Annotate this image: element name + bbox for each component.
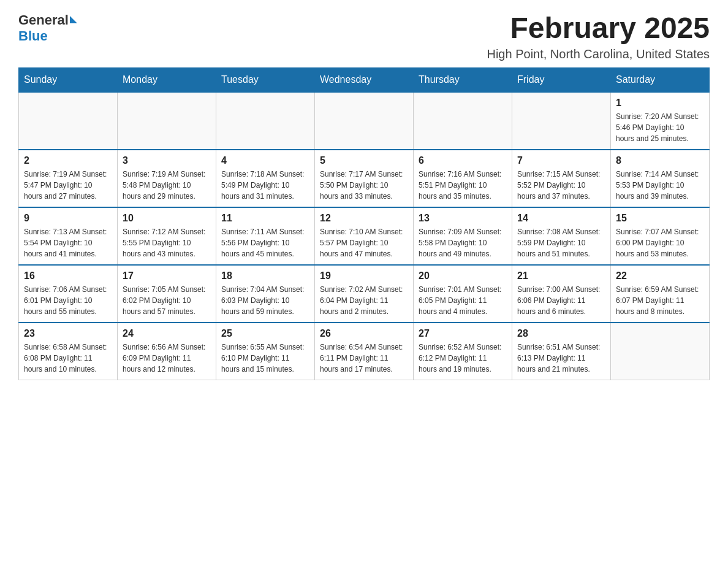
- day-number: 14: [517, 213, 605, 224]
- calendar-cell: 20Sunrise: 7:01 AM Sunset: 6:05 PM Dayli…: [414, 265, 512, 323]
- calendar-cell: 19Sunrise: 7:02 AM Sunset: 6:04 PM Dayli…: [315, 265, 414, 323]
- calendar-cell: 22Sunrise: 6:59 AM Sunset: 6:07 PM Dayli…: [611, 265, 710, 323]
- calendar-cell: 3Sunrise: 7:19 AM Sunset: 5:48 PM Daylig…: [118, 150, 216, 207]
- calendar-cell: 23Sunrise: 6:58 AM Sunset: 6:08 PM Dayli…: [19, 323, 118, 380]
- day-info: Sunrise: 7:11 AM Sunset: 5:56 PM Dayligh…: [221, 226, 309, 259]
- day-number: 26: [320, 328, 408, 339]
- day-info: Sunrise: 7:09 AM Sunset: 5:58 PM Dayligh…: [419, 226, 507, 259]
- day-info: Sunrise: 7:07 AM Sunset: 6:00 PM Dayligh…: [616, 226, 704, 259]
- day-info: Sunrise: 6:51 AM Sunset: 6:13 PM Dayligh…: [517, 342, 605, 375]
- day-info: Sunrise: 7:17 AM Sunset: 5:50 PM Dayligh…: [320, 169, 408, 202]
- day-number: 22: [616, 270, 704, 282]
- day-number: 25: [221, 328, 309, 339]
- day-info: Sunrise: 7:13 AM Sunset: 5:54 PM Dayligh…: [24, 226, 112, 259]
- day-header-sunday: Sunday: [19, 67, 118, 92]
- logo: General Blue: [18, 12, 77, 44]
- day-info: Sunrise: 7:01 AM Sunset: 6:05 PM Dayligh…: [419, 284, 507, 317]
- calendar-cell: 28Sunrise: 6:51 AM Sunset: 6:13 PM Dayli…: [512, 323, 611, 380]
- day-info: Sunrise: 7:08 AM Sunset: 5:59 PM Dayligh…: [517, 226, 605, 259]
- calendar-cell: 18Sunrise: 7:04 AM Sunset: 6:03 PM Dayli…: [216, 265, 315, 323]
- calendar-cell: 12Sunrise: 7:10 AM Sunset: 5:57 PM Dayli…: [315, 207, 414, 265]
- day-header-monday: Monday: [118, 67, 216, 92]
- day-number: 23: [24, 328, 112, 339]
- day-number: 24: [123, 328, 211, 339]
- calendar-cell: 10Sunrise: 7:12 AM Sunset: 5:55 PM Dayli…: [118, 207, 216, 265]
- calendar-body: 1Sunrise: 7:20 AM Sunset: 5:46 PM Daylig…: [19, 92, 710, 380]
- calendar-cell: 7Sunrise: 7:15 AM Sunset: 5:52 PM Daylig…: [512, 150, 611, 207]
- day-number: 4: [221, 155, 309, 166]
- day-number: 17: [123, 270, 211, 282]
- day-info: Sunrise: 7:19 AM Sunset: 5:48 PM Dayligh…: [123, 169, 211, 202]
- day-number: 13: [419, 213, 507, 224]
- day-info: Sunrise: 7:15 AM Sunset: 5:52 PM Dayligh…: [517, 169, 605, 202]
- title-section: February 2025 High Point, North Carolina…: [487, 12, 710, 61]
- logo-triangle-icon: [70, 16, 77, 23]
- calendar-cell: 14Sunrise: 7:08 AM Sunset: 5:59 PM Dayli…: [512, 207, 611, 265]
- day-info: Sunrise: 7:02 AM Sunset: 6:04 PM Dayligh…: [320, 284, 408, 317]
- calendar-cell: [118, 92, 216, 150]
- day-number: 12: [320, 213, 408, 224]
- week-row-2: 9Sunrise: 7:13 AM Sunset: 5:54 PM Daylig…: [19, 207, 710, 265]
- calendar-cell: 15Sunrise: 7:07 AM Sunset: 6:00 PM Dayli…: [611, 207, 710, 265]
- day-info: Sunrise: 7:05 AM Sunset: 6:02 PM Dayligh…: [123, 284, 211, 317]
- calendar-cell: [315, 92, 414, 150]
- day-info: Sunrise: 7:00 AM Sunset: 6:06 PM Dayligh…: [517, 284, 605, 317]
- day-info: Sunrise: 7:12 AM Sunset: 5:55 PM Dayligh…: [123, 226, 211, 259]
- calendar-table: SundayMondayTuesdayWednesdayThursdayFrid…: [18, 67, 710, 380]
- week-row-3: 16Sunrise: 7:06 AM Sunset: 6:01 PM Dayli…: [19, 265, 710, 323]
- calendar-cell: 1Sunrise: 7:20 AM Sunset: 5:46 PM Daylig…: [611, 92, 710, 150]
- week-row-4: 23Sunrise: 6:58 AM Sunset: 6:08 PM Dayli…: [19, 323, 710, 380]
- day-info: Sunrise: 7:14 AM Sunset: 5:53 PM Dayligh…: [616, 169, 704, 202]
- day-number: 18: [221, 270, 309, 282]
- day-info: Sunrise: 6:55 AM Sunset: 6:10 PM Dayligh…: [221, 342, 309, 375]
- calendar-cell: 16Sunrise: 7:06 AM Sunset: 6:01 PM Dayli…: [19, 265, 118, 323]
- calendar-cell: [611, 323, 710, 380]
- calendar-cell: [512, 92, 611, 150]
- day-number: 6: [419, 155, 507, 166]
- day-number: 9: [24, 213, 112, 224]
- day-header-friday: Friday: [512, 67, 611, 92]
- day-number: 28: [517, 328, 605, 339]
- calendar-cell: 24Sunrise: 6:56 AM Sunset: 6:09 PM Dayli…: [118, 323, 216, 380]
- calendar-cell: 8Sunrise: 7:14 AM Sunset: 5:53 PM Daylig…: [611, 150, 710, 207]
- calendar-cell: 27Sunrise: 6:52 AM Sunset: 6:12 PM Dayli…: [414, 323, 512, 380]
- day-header-saturday: Saturday: [611, 67, 710, 92]
- logo-blue-text: Blue: [18, 28, 48, 44]
- day-header-tuesday: Tuesday: [216, 67, 315, 92]
- day-number: 10: [123, 213, 211, 224]
- logo-general-text: General: [18, 12, 69, 28]
- calendar-cell: [19, 92, 118, 150]
- day-number: 2: [24, 155, 112, 166]
- calendar-cell: [414, 92, 512, 150]
- day-number: 8: [616, 155, 704, 166]
- day-header-thursday: Thursday: [414, 67, 512, 92]
- calendar-cell: 13Sunrise: 7:09 AM Sunset: 5:58 PM Dayli…: [414, 207, 512, 265]
- day-number: 11: [221, 213, 309, 224]
- day-number: 20: [419, 270, 507, 282]
- calendar-cell: 11Sunrise: 7:11 AM Sunset: 5:56 PM Dayli…: [216, 207, 315, 265]
- week-row-1: 2Sunrise: 7:19 AM Sunset: 5:47 PM Daylig…: [19, 150, 710, 207]
- day-number: 1: [616, 98, 704, 109]
- calendar-cell: 9Sunrise: 7:13 AM Sunset: 5:54 PM Daylig…: [19, 207, 118, 265]
- day-info: Sunrise: 6:56 AM Sunset: 6:09 PM Dayligh…: [123, 342, 211, 375]
- day-number: 15: [616, 213, 704, 224]
- day-number: 7: [517, 155, 605, 166]
- calendar-cell: 17Sunrise: 7:05 AM Sunset: 6:02 PM Dayli…: [118, 265, 216, 323]
- day-number: 16: [24, 270, 112, 282]
- logo-general: General: [18, 12, 77, 28]
- calendar-cell: 6Sunrise: 7:16 AM Sunset: 5:51 PM Daylig…: [414, 150, 512, 207]
- calendar-cell: 4Sunrise: 7:18 AM Sunset: 5:49 PM Daylig…: [216, 150, 315, 207]
- calendar-cell: 2Sunrise: 7:19 AM Sunset: 5:47 PM Daylig…: [19, 150, 118, 207]
- day-info: Sunrise: 7:16 AM Sunset: 5:51 PM Dayligh…: [419, 169, 507, 202]
- page-header: General Blue February 2025 High Point, N…: [18, 12, 710, 61]
- day-info: Sunrise: 7:04 AM Sunset: 6:03 PM Dayligh…: [221, 284, 309, 317]
- calendar-cell: 25Sunrise: 6:55 AM Sunset: 6:10 PM Dayli…: [216, 323, 315, 380]
- calendar-cell: [216, 92, 315, 150]
- calendar-cell: 5Sunrise: 7:17 AM Sunset: 5:50 PM Daylig…: [315, 150, 414, 207]
- day-info: Sunrise: 7:10 AM Sunset: 5:57 PM Dayligh…: [320, 226, 408, 259]
- day-info: Sunrise: 7:19 AM Sunset: 5:47 PM Dayligh…: [24, 169, 112, 202]
- calendar-header: SundayMondayTuesdayWednesdayThursdayFrid…: [19, 67, 710, 92]
- day-info: Sunrise: 6:58 AM Sunset: 6:08 PM Dayligh…: [24, 342, 112, 375]
- day-info: Sunrise: 7:20 AM Sunset: 5:46 PM Dayligh…: [616, 111, 704, 144]
- calendar-cell: 21Sunrise: 7:00 AM Sunset: 6:06 PM Dayli…: [512, 265, 611, 323]
